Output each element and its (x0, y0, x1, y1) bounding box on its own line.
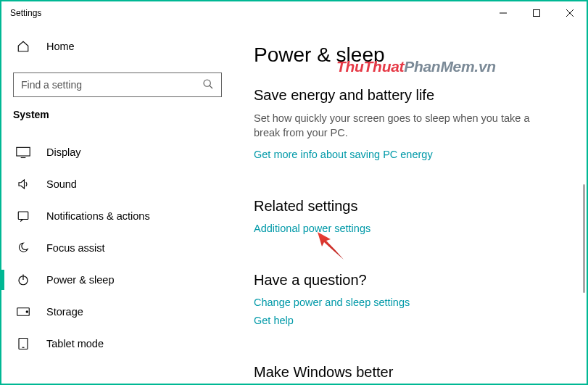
energy-section-title: Save energy and battery life (254, 87, 572, 104)
focus-assist-icon (16, 241, 30, 255)
better-section-title: Make Windows better (254, 364, 572, 381)
close-button[interactable] (553, 1, 587, 25)
scrollbar[interactable] (583, 184, 585, 293)
minimize-button[interactable] (486, 1, 520, 25)
svg-point-1 (204, 80, 210, 86)
sidebar: Home Find a setting System Display Sound (1, 25, 233, 384)
energy-section-desc: Set how quickly your screen goes to slee… (254, 111, 558, 141)
search-placeholder: Find a setting (21, 79, 202, 91)
sidebar-item-storage[interactable]: Storage (1, 296, 233, 328)
get-help-link[interactable]: Get help (254, 315, 294, 326)
svg-rect-3 (18, 212, 28, 220)
sidebar-item-display[interactable]: Display (1, 136, 233, 168)
question-section-title: Have a question? (254, 272, 572, 289)
search-icon (202, 78, 214, 92)
window-title: Settings (10, 8, 41, 18)
category-label: System (1, 109, 233, 120)
sidebar-item-notifications[interactable]: Notifications & actions (1, 200, 233, 232)
related-section-title: Related settings (254, 198, 572, 215)
tablet-icon (16, 336, 30, 351)
additional-power-settings-link[interactable]: Additional power settings (254, 223, 370, 234)
power-icon (16, 273, 30, 287)
sidebar-item-label: Tablet mode (46, 338, 104, 349)
display-icon (16, 145, 30, 160)
home-icon (16, 39, 30, 54)
storage-icon (16, 305, 30, 319)
svg-point-6 (26, 311, 28, 312)
energy-info-link[interactable]: Get more info about saving PC energy (254, 149, 433, 160)
maximize-button[interactable] (520, 1, 553, 25)
sidebar-item-label: Display (46, 146, 81, 158)
search-input[interactable]: Find a setting (13, 73, 222, 97)
sidebar-item-label: Sound (46, 178, 77, 190)
sidebar-item-label: Focus assist (46, 242, 105, 254)
page-title: Power & sleep (254, 44, 572, 67)
svg-rect-2 (17, 147, 30, 156)
svg-rect-0 (534, 10, 540, 17)
home-nav[interactable]: Home (1, 30, 233, 62)
sidebar-item-tablet-mode[interactable]: Tablet mode (1, 328, 233, 360)
sidebar-item-label: Storage (46, 306, 83, 318)
notifications-icon (16, 209, 30, 223)
main-panel: Power & sleep Save energy and battery li… (233, 25, 587, 384)
sidebar-item-label: Notifications & actions (46, 210, 150, 222)
home-label: Home (46, 41, 75, 52)
sidebar-item-focus-assist[interactable]: Focus assist (1, 232, 233, 264)
sidebar-item-power-sleep[interactable]: Power & sleep (1, 264, 233, 296)
sound-icon (16, 177, 30, 191)
sidebar-item-label: Power & sleep (46, 274, 115, 286)
sidebar-item-sound[interactable]: Sound (1, 168, 233, 200)
change-power-sleep-link[interactable]: Change power and sleep settings (254, 297, 410, 308)
